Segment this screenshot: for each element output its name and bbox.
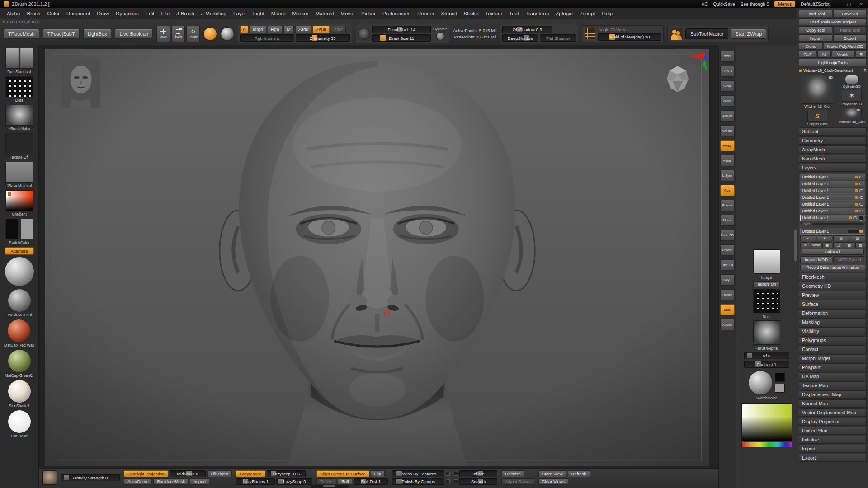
palette-section[interactable]: Polypaint bbox=[799, 363, 867, 371]
slider-handle[interactable] bbox=[859, 230, 863, 233]
zadd-button[interactable]: Zadd bbox=[295, 26, 312, 33]
current-layer-name[interactable]: Untitled Layer 1 bbox=[802, 229, 846, 234]
layer-tool-button[interactable]: ▩ bbox=[844, 242, 854, 248]
menu-item[interactable]: J-Modeling bbox=[198, 10, 230, 17]
palette-section[interactable]: Texture Map bbox=[799, 381, 867, 389]
draw-size-slider[interactable]: Draw Size 11 bbox=[372, 34, 431, 42]
stroke-curve-icon[interactable] bbox=[358, 28, 370, 40]
shelf-button[interactable]: Rotate bbox=[720, 244, 735, 256]
shelf-button[interactable]: Qvz bbox=[720, 185, 735, 196]
slider-handle[interactable] bbox=[64, 475, 69, 480]
menus-button[interactable]: Menus bbox=[774, 1, 795, 7]
menu-item[interactable]: Dynamics bbox=[113, 10, 142, 17]
menu-item[interactable]: Material bbox=[312, 10, 337, 17]
lightbox-tools-button[interactable]: Lightbox▶Tools bbox=[799, 59, 867, 66]
scale-button[interactable]: Scale bbox=[171, 26, 185, 42]
tray-item[interactable]: JBasicMaterial bbox=[7, 289, 32, 317]
mrgb-button[interactable]: Mrgb bbox=[250, 26, 266, 33]
secondary-color-swatch[interactable] bbox=[775, 384, 785, 393]
zsub-button[interactable]: Zsub bbox=[313, 26, 329, 33]
tool-item[interactable]: 3D Witcher-18_Clot bbox=[839, 108, 864, 124]
tray-item[interactable]: Gradient bbox=[5, 190, 33, 216]
tray-thumbnail[interactable] bbox=[5, 105, 33, 126]
accucurve-button[interactable]: AccuCurve bbox=[124, 478, 152, 485]
shelf-button[interactable]: AAHalf bbox=[720, 125, 735, 136]
import-tool-button[interactable]: Import bbox=[799, 34, 832, 42]
layer-row[interactable]: Untitled Layer 1 bbox=[800, 215, 865, 221]
spotlight-projection-button[interactable]: Spotlight Projection bbox=[124, 470, 168, 477]
smooth-slider[interactable]: Smooth bbox=[459, 478, 497, 485]
menu-item[interactable]: Layer bbox=[230, 10, 250, 17]
palette-section[interactable]: FiberMesh bbox=[799, 273, 867, 281]
close-button[interactable]: ✕ bbox=[858, 2, 864, 7]
layer-visibility-icon[interactable] bbox=[859, 196, 863, 199]
shelf-button[interactable]: Solo bbox=[720, 304, 735, 315]
layer-row[interactable]: Untitled Layer 1 bbox=[800, 181, 865, 187]
minimize-button[interactable]: – bbox=[835, 2, 840, 7]
menu-item[interactable]: Light bbox=[250, 10, 268, 17]
tray-item[interactable]: JBasicMaterial bbox=[5, 162, 33, 188]
shelf-button[interactable]: Zoom3D bbox=[720, 230, 735, 241]
default-zscript-button[interactable]: DefaultZScript bbox=[801, 2, 829, 7]
goz-visible-button[interactable]: Visible bbox=[832, 51, 855, 58]
alpha-thumbnail[interactable] bbox=[753, 320, 780, 345]
layer-tool-button[interactable]: ▦ bbox=[855, 242, 865, 248]
bake-all-button[interactable]: Bake All bbox=[802, 249, 864, 255]
shelf-button[interactable]: Line Fill bbox=[720, 259, 735, 271]
menu-item[interactable]: Render bbox=[414, 10, 438, 17]
rotate-button[interactable]: ↻ Rotate bbox=[186, 26, 200, 42]
palette-section[interactable]: Displacement Map bbox=[799, 390, 867, 399]
lazystep-slider[interactable]: LazyStep 0.05 bbox=[267, 470, 306, 477]
see-through-slider[interactable]: See-through 0 bbox=[741, 2, 769, 7]
inflate-slider[interactable]: Inflate bbox=[459, 470, 497, 477]
polish-groups-toggle[interactable] bbox=[446, 479, 450, 483]
menu-item[interactable]: Zscript bbox=[576, 10, 599, 17]
save-as-button[interactable]: Save As bbox=[833, 10, 867, 17]
inflate-toggle[interactable] bbox=[454, 472, 458, 476]
objshadow-slider[interactable]: ObjShadow 0.3 bbox=[502, 26, 552, 33]
shelf-button[interactable]: Transp bbox=[720, 289, 735, 300]
tray-thumbnail[interactable] bbox=[8, 319, 30, 342]
flatshadow-slider[interactable]: Flat Shadow bbox=[540, 34, 576, 42]
main-color-swatch[interactable] bbox=[775, 373, 785, 382]
menu-item[interactable]: Tool bbox=[506, 10, 522, 17]
tray-item[interactable]: Texture Off bbox=[5, 133, 33, 160]
menu-item[interactable]: Document bbox=[63, 10, 93, 17]
strip-scrollbar[interactable] bbox=[794, 230, 797, 261]
export-tool-button[interactable]: Export bbox=[833, 34, 867, 42]
material-sphere-thumbnail[interactable] bbox=[749, 371, 772, 394]
a-toggle-button[interactable]: A bbox=[240, 26, 248, 33]
tool-item[interactable]: PolyMesh3D bbox=[841, 90, 862, 106]
timeline-scrollbar[interactable] bbox=[311, 485, 349, 488]
stroke-thumbnail[interactable] bbox=[753, 289, 780, 313]
goz-r-button[interactable]: R bbox=[856, 51, 867, 58]
shelf-button[interactable]: Move bbox=[720, 215, 735, 226]
current-brush-icon[interactable] bbox=[203, 27, 217, 41]
document-canvas[interactable] bbox=[45, 49, 709, 466]
tray-item[interactable]: MatCap Red Wax bbox=[4, 319, 34, 347]
fillobject-button[interactable]: FillObject bbox=[207, 470, 232, 477]
zcut-button[interactable]: Zcut bbox=[331, 26, 346, 33]
palette-section[interactable]: Masking bbox=[799, 318, 867, 326]
lazyradius-slider[interactable]: LazyRadius 1 bbox=[236, 478, 275, 485]
menu-item[interactable]: Zplugin bbox=[552, 10, 576, 17]
palette-section[interactable]: Import bbox=[799, 445, 867, 453]
align-cursor-button[interactable]: Align Cursor To Surface bbox=[316, 470, 369, 477]
smooth-toggle[interactable] bbox=[454, 479, 458, 483]
layer-visibility-icon[interactable] bbox=[859, 210, 863, 212]
lazysnap-slider[interactable]: LazySnap 0 bbox=[276, 478, 312, 485]
tool-thumbnail[interactable]: 3D bbox=[842, 108, 862, 119]
load-tools-from-project-button[interactable]: Load Tools From Project bbox=[799, 18, 867, 25]
layer-tool-button[interactable]: ▣ bbox=[822, 242, 832, 248]
adjust-colors-button[interactable]: Adjust Colors bbox=[501, 478, 534, 485]
persp-grid-icon[interactable] bbox=[584, 28, 596, 40]
tray-item[interactable]: Dots bbox=[5, 76, 33, 103]
roll-button[interactable]: Roll bbox=[338, 478, 352, 485]
store-view-button[interactable]: Store View bbox=[538, 470, 566, 477]
menu-item[interactable]: Alpha bbox=[4, 10, 23, 17]
lightbox-button[interactable]: LightBox bbox=[83, 29, 112, 39]
shelf-button[interactable]: PolyF bbox=[720, 274, 735, 286]
texture-on-button[interactable]: Texture On bbox=[753, 281, 780, 287]
palette-section[interactable]: Display Properties bbox=[799, 418, 867, 426]
palette-section[interactable]: NanoMesh bbox=[799, 155, 867, 163]
